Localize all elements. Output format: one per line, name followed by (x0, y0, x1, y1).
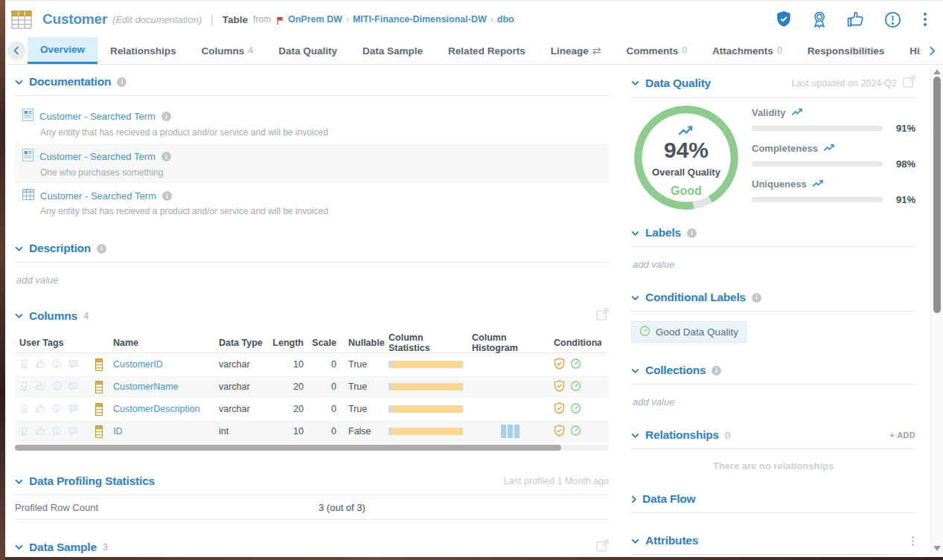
green-gauge-icon[interactable] (570, 358, 581, 372)
column-name-link[interactable]: CustomerDescription (113, 404, 219, 414)
vertical-scrollbar[interactable] (930, 66, 943, 554)
comment-icon[interactable] (68, 381, 78, 393)
scroll-up-arrow[interactable] (933, 69, 941, 74)
documentation-item-title[interactable]: Customer - Searched Term (39, 151, 156, 162)
conditional-label-chip[interactable]: Good Data Quality (631, 321, 747, 343)
chevron-down-icon[interactable] (631, 433, 639, 438)
tabs-scroll-right[interactable] (921, 37, 943, 64)
green-gauge-icon[interactable] (570, 380, 581, 394)
tab-responsibilities[interactable]: Responsibilities (795, 37, 898, 64)
attributes-menu-icon[interactable] (910, 535, 915, 547)
documentation-item[interactable]: Customer - Searched Term i Any entity th… (15, 184, 609, 222)
tab-data-quality[interactable]: Data Quality (266, 37, 350, 64)
chevron-down-icon[interactable] (15, 479, 23, 484)
alert-circle-icon[interactable] (52, 381, 62, 393)
thumbs-up-icon[interactable] (36, 381, 45, 393)
alert-circle-icon[interactable] (52, 425, 62, 438)
alert-circle-icon[interactable] (52, 403, 62, 416)
column-statistics-bar[interactable] (383, 428, 466, 435)
green-gauge-icon[interactable] (570, 402, 581, 416)
thumbs-up-icon[interactable] (36, 358, 45, 371)
more-menu-icon[interactable] (921, 11, 930, 28)
info-icon[interactable]: i (162, 152, 171, 161)
chevron-down-icon[interactable] (631, 295, 639, 300)
chevron-right-icon[interactable] (631, 495, 636, 503)
tab-overview[interactable]: Overview (28, 37, 98, 64)
column-name-link[interactable]: CustomerID (113, 359, 219, 370)
info-icon[interactable]: i (117, 77, 127, 87)
documentation-item[interactable]: Customer - Searched Term i One who purch… (15, 144, 609, 184)
column-row[interactable]: CustomerDescription varchar 20 0 True (15, 398, 609, 420)
award-icon[interactable] (19, 403, 29, 416)
edit-documentation-link[interactable]: (Edit documentation) (112, 14, 202, 25)
expand-icon[interactable] (596, 539, 609, 555)
tab-data-sample[interactable]: Data Sample (350, 37, 435, 64)
tab-lineage[interactable]: Lineage⇄ (538, 37, 614, 64)
column-statistics-bar[interactable] (383, 405, 466, 413)
shield-check-icon[interactable] (776, 10, 792, 28)
chevron-down-icon[interactable] (15, 80, 23, 85)
description-placeholder[interactable]: add value (16, 274, 609, 286)
tab-related-reports[interactable]: Related Reports (435, 37, 538, 64)
info-icon[interactable]: i (712, 366, 721, 376)
vertical-scrollbar-thumb[interactable] (933, 77, 941, 313)
green-gauge-icon[interactable] (570, 425, 581, 439)
trend-up-icon[interactable] (791, 107, 804, 118)
orange-shield-check-icon[interactable] (554, 402, 565, 416)
collections-placeholder[interactable]: add value (633, 396, 915, 408)
scroll-down-arrow[interactable] (933, 546, 941, 551)
orange-shield-check-icon[interactable] (554, 425, 565, 439)
chevron-down-icon[interactable] (15, 544, 23, 550)
column-name-link[interactable]: CustomerName (113, 382, 219, 392)
column-statistics-bar[interactable] (383, 361, 466, 368)
alert-circle-icon[interactable] (884, 11, 901, 28)
trend-up-icon[interactable] (812, 178, 825, 190)
award-icon[interactable] (19, 381, 29, 393)
chevron-down-icon[interactable] (15, 246, 23, 251)
breadcrumb-database[interactable]: MITI-Finance-Dimensional-DW (353, 14, 487, 25)
documentation-item-title[interactable]: Customer - Searched Term (39, 111, 156, 122)
thumbs-up-icon[interactable] (847, 10, 865, 28)
orange-shield-check-icon[interactable] (554, 358, 565, 372)
comment-icon[interactable] (68, 403, 78, 416)
award-icon[interactable] (19, 358, 29, 371)
horizontal-scrollbar[interactable] (15, 445, 609, 451)
tab-columns[interactable]: Columns4 (189, 37, 266, 64)
award-ribbon-icon[interactable] (811, 10, 828, 28)
tab-history[interactable]: History (897, 37, 921, 64)
chevron-down-icon[interactable] (631, 80, 639, 86)
add-relationship-button[interactable]: + ADD (890, 431, 915, 440)
thumbs-up-icon[interactable] (36, 425, 45, 438)
breadcrumb-source[interactable]: OnPrem DW (288, 14, 342, 25)
expand-icon[interactable] (903, 75, 915, 91)
column-name-link[interactable]: ID (113, 426, 219, 437)
award-icon[interactable] (19, 425, 29, 438)
documentation-item-title[interactable]: Customer - Searched Term (40, 190, 156, 202)
documentation-item[interactable]: Customer - Searched Term i Any entity th… (15, 103, 609, 144)
chevron-down-icon[interactable] (15, 313, 23, 318)
chevron-down-icon[interactable] (631, 538, 639, 544)
tabs-scroll-left[interactable] (5, 37, 28, 64)
breadcrumb-schema[interactable]: dbo (497, 14, 514, 25)
chevron-down-icon[interactable] (631, 231, 639, 236)
trend-up-icon[interactable] (823, 143, 836, 154)
labels-placeholder[interactable]: add value (633, 259, 915, 270)
column-row[interactable]: CustomerID varchar 10 0 True (15, 353, 609, 376)
column-histogram[interactable] (466, 425, 554, 438)
tab-attachments[interactable]: Attachments0 (700, 37, 795, 64)
column-row[interactable]: CustomerName varchar 20 0 True (15, 376, 609, 398)
thumbs-up-icon[interactable] (36, 403, 45, 416)
info-icon[interactable]: i (752, 293, 761, 303)
info-icon[interactable]: i (687, 228, 697, 238)
tab-relationships[interactable]: Relationships (98, 37, 189, 64)
info-icon[interactable]: i (162, 191, 172, 201)
tab-comments[interactable]: Comments0 (613, 37, 700, 64)
expand-icon[interactable] (596, 308, 609, 324)
column-row[interactable]: ID int 10 0 False (15, 420, 609, 442)
info-icon[interactable]: i (97, 244, 106, 254)
info-icon[interactable]: i (162, 112, 171, 121)
orange-shield-check-icon[interactable] (554, 380, 565, 394)
comment-icon[interactable] (68, 425, 78, 438)
chevron-down-icon[interactable] (631, 368, 639, 373)
comment-icon[interactable] (68, 358, 78, 371)
